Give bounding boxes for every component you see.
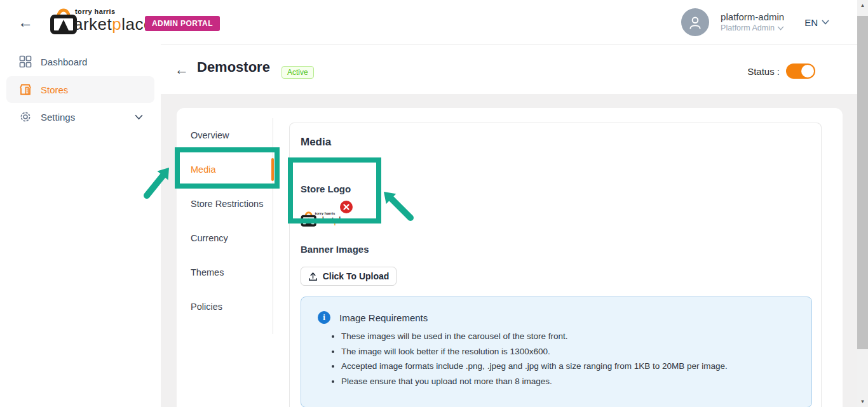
language-dropdown[interactable]: EN — [804, 17, 829, 28]
logo-word-part3: lace — [339, 215, 355, 225]
upload-button-label: Click To Upload — [323, 271, 390, 281]
toggle-knob — [801, 65, 814, 77]
tab-currency[interactable]: Currency — [177, 221, 273, 255]
panel-title: Media — [301, 136, 331, 149]
navbar-back-icon[interactable]: ← — [18, 13, 33, 31]
chevron-down-icon — [822, 20, 829, 25]
image-requirements-info-box: i Image Requirements These images will b… — [301, 297, 812, 407]
close-icon — [343, 204, 349, 210]
tab-label: Overview — [191, 130, 229, 140]
scrollbar-up-icon[interactable]: ▲ — [857, 0, 868, 11]
media-panel: Media Store Logo torry harris arketplace — [289, 123, 822, 407]
user-role: Platform Admin — [721, 23, 775, 34]
tab-label: Store Restrictions — [191, 199, 263, 209]
sidebar-item-dashboard[interactable]: Dashboard — [6, 48, 154, 75]
page-header: ← Demostore Active Status : — [161, 44, 857, 94]
tab-list: Overview Media Store Restrictions Curren… — [177, 118, 273, 334]
store-logo-label: Store Logo — [301, 183, 351, 194]
logo-word-part1: arket — [74, 15, 112, 34]
status-badge: Active — [281, 66, 314, 79]
store-icon — [19, 83, 32, 96]
info-bullet: These images will be used in the carouse… — [341, 331, 728, 341]
tab-themes[interactable]: Themes — [177, 255, 273, 290]
tab-label: Themes — [191, 267, 224, 277]
page-title: Demostore — [197, 59, 270, 76]
sidebar-item-stores[interactable]: Stores — [6, 76, 154, 103]
info-icon: i — [318, 311, 330, 324]
active-tab-indicator — [271, 158, 274, 181]
tab-overview[interactable]: Overview — [177, 118, 273, 152]
upload-button[interactable]: Click To Upload — [301, 267, 397, 286]
chevron-down-icon — [777, 26, 784, 30]
chevron-down-icon — [135, 114, 143, 120]
tab-label: Policies — [191, 302, 222, 312]
status-toggle[interactable] — [786, 63, 815, 79]
info-bullet-list: These images will be used in the carouse… — [341, 331, 728, 391]
tab-label: Currency — [191, 233, 228, 243]
language-label: EN — [804, 17, 818, 28]
admin-portal-badge: ADMIN PORTAL — [145, 16, 220, 31]
logo-word-part2: p — [112, 15, 121, 34]
status-label: Status : — [747, 66, 780, 77]
sidebar-item-label: Settings — [41, 112, 75, 123]
scrollbar-down-icon[interactable]: ▼ — [857, 396, 868, 407]
user-name: platform-admin — [721, 11, 784, 23]
person-icon — [687, 14, 703, 30]
tab-label: Media — [191, 164, 216, 175]
sidebar-item-label: Dashboard — [41, 57, 87, 67]
logo-word-part1: arket — [314, 215, 334, 225]
sidebar-item-settings[interactable]: Settings — [6, 103, 154, 130]
info-bullet: The image will look better if the resolu… — [341, 347, 728, 356]
banner-images-label: Banner Images — [301, 244, 369, 255]
marketplace-logo: torry harris arketplace — [50, 6, 153, 35]
user-role-dropdown[interactable]: Platform Admin — [721, 23, 784, 34]
info-bullet: Please ensure that you upload not more t… — [341, 377, 728, 386]
info-bullet: Accepted image formats include .png, .jp… — [341, 361, 728, 371]
tab-store-restrictions[interactable]: Store Restrictions — [177, 187, 273, 221]
sidebar: Dashboard Stores Settings — [0, 44, 161, 407]
screen: ← torry harris arketplace ADMIN PORTAL — [0, 0, 868, 407]
store-detail-card: Overview Media Store Restrictions Curren… — [177, 108, 843, 407]
avatar[interactable] — [681, 8, 709, 36]
top-navbar: ← torry harris arketplace ADMIN PORTAL — [0, 0, 857, 44]
info-title: Image Requirements — [339, 312, 428, 323]
main-content: ← Demostore Active Status : Overview Med… — [161, 44, 857, 407]
page-back-icon[interactable]: ← — [175, 62, 189, 78]
scrollbar-thumb[interactable] — [857, 16, 868, 349]
upload-icon — [308, 272, 318, 281]
remove-logo-button[interactable] — [340, 201, 353, 213]
gear-icon — [19, 110, 32, 123]
sidebar-item-label: Stores — [41, 84, 68, 95]
tab-media[interactable]: Media — [177, 152, 273, 187]
grid-icon — [19, 55, 32, 68]
page-scrollbar: ▲ ▼ — [857, 0, 868, 407]
tab-policies[interactable]: Policies — [177, 290, 273, 324]
